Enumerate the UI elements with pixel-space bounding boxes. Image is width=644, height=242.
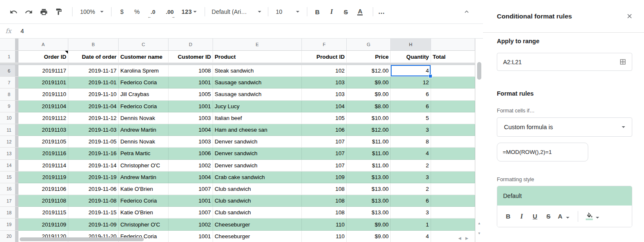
row-header[interactable]: 11: [0, 124, 18, 136]
cell[interactable]: 20191117: [18, 65, 68, 77]
cell[interactable]: Dennis Novak: [119, 136, 169, 148]
cell[interactable]: Club sandwich: [213, 183, 302, 195]
cell[interactable]: 2019-11-05: [68, 136, 119, 148]
italic-button[interactable]: I: [326, 6, 338, 18]
cell[interactable]: Katie O'Brien: [119, 207, 169, 219]
print-button[interactable]: [38, 6, 49, 18]
row-header[interactable]: 15: [0, 172, 18, 183]
column-header[interactable]: B: [68, 39, 119, 51]
row-header[interactable]: 1: [0, 51, 18, 63]
cell[interactable]: 109: [302, 172, 347, 183]
font-size-select[interactable]: 10: [273, 6, 303, 18]
cell[interactable]: [431, 160, 475, 172]
cell[interactable]: Club sandwich: [213, 195, 302, 207]
cell[interactable]: 103: [302, 77, 347, 88]
cell[interactable]: $13.00: [347, 172, 391, 183]
cell[interactable]: $11.00: [347, 148, 391, 159]
cell[interactable]: 20191114: [18, 160, 68, 172]
redo-button[interactable]: [23, 6, 34, 18]
cell[interactable]: 20191106: [18, 183, 68, 195]
cell[interactable]: Jill Craybas: [119, 88, 169, 100]
cell[interactable]: $11.00: [347, 136, 391, 148]
cell[interactable]: 2019-11-15: [68, 207, 119, 219]
style-underline-button[interactable]: U: [529, 211, 541, 222]
row-header[interactable]: 17: [0, 195, 18, 207]
cell[interactable]: $12.00: [347, 124, 391, 136]
cell[interactable]: 108: [302, 207, 347, 219]
cell[interactable]: 1004: [169, 124, 213, 136]
cell[interactable]: 20191110: [18, 88, 68, 100]
vertical-scrollbar-thumb[interactable]: [477, 62, 481, 80]
cell[interactable]: 20191108: [18, 195, 68, 207]
cell[interactable]: Ham and cheese san: [213, 124, 302, 136]
undo-button[interactable]: [8, 6, 19, 18]
cell[interactable]: 2019-11-19: [68, 172, 119, 183]
range-input[interactable]: A2:L21: [497, 53, 632, 71]
cell[interactable]: Federico Coria: [119, 77, 169, 88]
paint-format-button[interactable]: [53, 6, 65, 18]
cell[interactable]: $11.00: [347, 160, 391, 172]
cell[interactable]: 106: [302, 124, 347, 136]
cell[interactable]: 6: [391, 101, 431, 112]
cell[interactable]: Dennis Novak: [119, 112, 169, 124]
cell[interactable]: Cheeseburger: [213, 219, 302, 230]
scroll-right-button[interactable]: ▶: [465, 236, 468, 240]
cell[interactable]: Steak sandwich: [213, 65, 302, 77]
cell[interactable]: [431, 231, 475, 242]
more-toolbar-button[interactable]: …: [378, 6, 386, 18]
cell[interactable]: 3: [391, 172, 431, 183]
chevron-down-icon[interactable]: [596, 217, 599, 219]
style-text-color-button[interactable]: A: [556, 211, 564, 222]
cell[interactable]: 103: [302, 88, 347, 100]
cell[interactable]: Denver sandwich: [213, 136, 302, 148]
condition-select[interactable]: Custom formula is: [497, 117, 632, 137]
column-header[interactable]: D: [169, 39, 213, 51]
row-header[interactable]: 16: [0, 183, 18, 195]
fill-handle[interactable]: [428, 74, 432, 78]
cell[interactable]: Price: [347, 51, 391, 63]
cell[interactable]: 6: [391, 88, 431, 100]
column-header[interactable]: G: [347, 39, 391, 51]
scroll-left-button[interactable]: ◀: [458, 236, 461, 240]
cell[interactable]: 1004: [169, 172, 213, 183]
bold-button[interactable]: B: [312, 6, 323, 18]
formula-bar-value[interactable]: 4: [18, 28, 24, 34]
cell[interactable]: 2019-11-04: [68, 101, 119, 112]
cell[interactable]: 2019-11-16: [68, 148, 119, 159]
cell[interactable]: 107: [302, 136, 347, 148]
cell[interactable]: 2019-11-01: [68, 77, 119, 88]
fill-color-button[interactable]: [584, 212, 594, 220]
cell[interactable]: 2019-11-03: [68, 124, 119, 136]
cell[interactable]: Katie O'Brien: [119, 183, 169, 195]
cell[interactable]: $9.00: [347, 231, 391, 242]
style-strikethrough-button[interactable]: S: [543, 211, 554, 222]
horizontal-scrollbar-thumb[interactable]: [20, 237, 144, 241]
cell[interactable]: Federico Coria: [119, 195, 169, 207]
cell[interactable]: 20191105: [18, 136, 68, 148]
cell[interactable]: 2019-11-06: [68, 183, 119, 195]
cell[interactable]: 1003: [169, 112, 213, 124]
cell[interactable]: $12.00: [347, 65, 391, 77]
cell[interactable]: [431, 148, 475, 159]
cell[interactable]: 20191101: [18, 77, 68, 88]
cell[interactable]: 20191112: [18, 112, 68, 124]
cell[interactable]: $8.00: [347, 101, 391, 112]
cell[interactable]: $13.00: [347, 183, 391, 195]
cell[interactable]: 4: [391, 231, 431, 242]
row-header[interactable]: 14: [0, 160, 18, 172]
cell[interactable]: [431, 207, 475, 219]
cell[interactable]: $13.00: [347, 195, 391, 207]
column-header[interactable]: F: [302, 39, 347, 51]
cell[interactable]: 2019-11-12: [68, 112, 119, 124]
cell[interactable]: 20191103: [18, 124, 68, 136]
cell[interactable]: 105: [302, 112, 347, 124]
column-header[interactable]: A: [18, 39, 68, 51]
row-header[interactable]: 9: [0, 101, 18, 112]
cell[interactable]: Cheeseburger: [213, 231, 302, 242]
cell[interactable]: 20191116: [18, 148, 68, 159]
cell[interactable]: 1006: [169, 148, 213, 159]
cell[interactable]: 3: [391, 207, 431, 219]
cell[interactable]: 102: [302, 65, 347, 77]
cell[interactable]: Petra Martic: [119, 148, 169, 159]
collapse-toolbar-button[interactable]: [460, 6, 473, 18]
